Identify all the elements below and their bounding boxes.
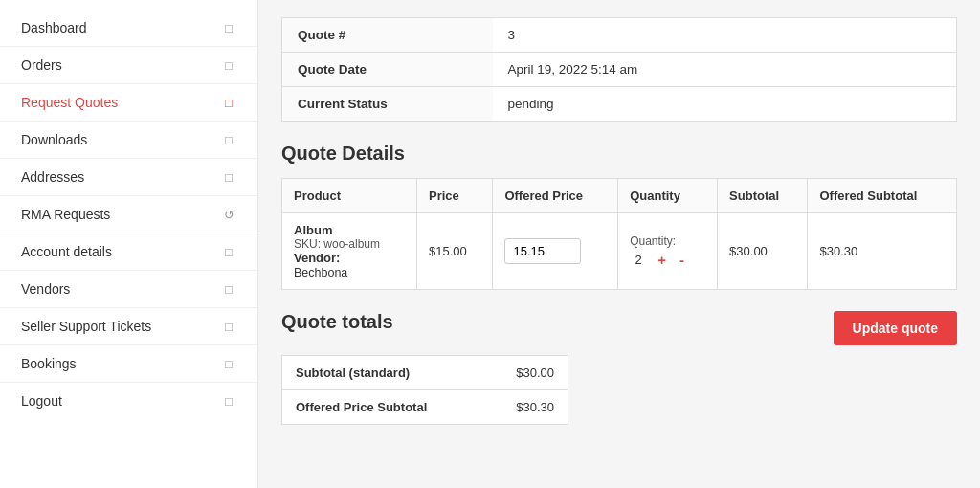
- sidebar-item-icon: □: [221, 95, 236, 110]
- sidebar-item-label: Request Quotes: [21, 95, 221, 110]
- sidebar-item-icon: □: [221, 281, 236, 297]
- totals-value: $30.00: [484, 356, 568, 390]
- sidebar-item-icon: □: [221, 132, 236, 147]
- sidebar-item-icon: □: [221, 57, 236, 73]
- quantity-label: Quantity:: [630, 234, 705, 248]
- quote-totals-section: Quote totals Update quote: [281, 311, 957, 345]
- details-column-header: Product: [282, 179, 417, 213]
- quote-details-title: Quote Details: [281, 143, 957, 165]
- details-column-header: Price: [417, 179, 493, 213]
- quantity-decrease-button[interactable]: -: [677, 252, 687, 268]
- quote-info-table: Quote # 3 Quote Date April 19, 2022 5:14…: [281, 17, 957, 122]
- sidebar-item-icon: □: [221, 319, 236, 334]
- sidebar-item-logout[interactable]: Logout □: [0, 383, 257, 419]
- product-vendor: Vendor:Bechbona: [294, 251, 405, 279]
- quote-totals-title: Quote totals: [281, 311, 393, 333]
- sidebar-item-icon: ↺: [221, 207, 236, 222]
- sidebar-item-icon: □: [221, 244, 236, 259]
- quote-info-row: Quote # 3: [282, 18, 957, 53]
- main-content: Quote # 3 Quote Date April 19, 2022 5:14…: [258, 0, 980, 488]
- totals-row: Subtotal (standard) $30.00: [282, 356, 568, 390]
- sidebar-item-seller-support-tickets[interactable]: Seller Support Tickets □: [0, 308, 257, 345]
- totals-value: $30.30: [484, 390, 568, 425]
- sidebar-item-label: Dashboard: [21, 20, 221, 35]
- details-column-header: Quantity: [618, 179, 718, 213]
- sidebar-item-label: Logout: [21, 393, 221, 409]
- sidebar-item-account-details[interactable]: Account details □: [0, 233, 257, 271]
- sidebar-item-icon: □: [221, 169, 236, 185]
- sidebar-item-icon: □: [221, 20, 236, 35]
- sidebar-item-label: Downloads: [21, 132, 221, 147]
- quote-info-label: Quote #: [282, 18, 493, 53]
- totals-label: Offered Price Subtotal: [282, 390, 485, 425]
- product-sku: SKU: woo-album: [294, 237, 405, 251]
- sidebar-item-icon: □: [221, 393, 236, 409]
- offered-price-input[interactable]: [504, 238, 581, 264]
- quote-info-row: Quote Date April 19, 2022 5:14 am: [282, 53, 957, 87]
- details-row: Album SKU: woo-album Vendor:Bechbona $15…: [282, 213, 957, 290]
- sidebar-item-addresses[interactable]: Addresses □: [0, 159, 257, 196]
- quote-info-value: 3: [493, 18, 957, 53]
- sidebar-item-label: Vendors: [21, 281, 221, 297]
- quote-details-table: ProductPriceOffered PriceQuantitySubtota…: [281, 178, 957, 290]
- offered-subtotal-cell: $30.30: [808, 213, 957, 290]
- sidebar-item-label: RMA Requests: [21, 207, 221, 222]
- sidebar-item-vendors[interactable]: Vendors □: [0, 271, 257, 308]
- sidebar-item-icon: □: [221, 356, 236, 371]
- sidebar-item-label: Orders: [21, 57, 221, 73]
- sidebar-item-label: Account details: [21, 244, 221, 259]
- quote-info-row: Current Status pending: [282, 87, 957, 122]
- details-column-header: Offered Price: [493, 179, 618, 213]
- sidebar-item-downloads[interactable]: Downloads □: [0, 122, 257, 159]
- product-price: $15.00: [417, 213, 493, 290]
- sidebar: Dashboard □ Orders □ Request Quotes □ Do…: [0, 0, 258, 488]
- totals-label: Subtotal (standard): [282, 356, 485, 390]
- details-column-header: Offered Subtotal: [808, 179, 957, 213]
- quote-info-label: Quote Date: [282, 53, 493, 87]
- product-name: Album: [294, 223, 405, 237]
- details-column-header: Subtotal: [718, 179, 808, 213]
- sidebar-item-label: Seller Support Tickets: [21, 319, 221, 334]
- totals-table: Subtotal (standard) $30.00 Offered Price…: [281, 355, 568, 425]
- sidebar-item-orders[interactable]: Orders □: [0, 47, 257, 84]
- quote-info-value: April 19, 2022 5:14 am: [493, 53, 957, 87]
- quote-info-value: pending: [493, 87, 957, 122]
- quote-info-label: Current Status: [282, 87, 493, 122]
- quantity-value: 2: [630, 253, 647, 267]
- sidebar-item-label: Addresses: [21, 169, 221, 185]
- totals-row: Offered Price Subtotal $30.30: [282, 390, 568, 425]
- sidebar-item-rma-requests[interactable]: RMA Requests ↺: [0, 196, 257, 233]
- subtotal-cell: $30.00: [718, 213, 808, 290]
- sidebar-item-label: Bookings: [21, 356, 221, 371]
- sidebar-item-dashboard[interactable]: Dashboard □: [0, 10, 257, 47]
- quantity-cell: Quantity: 2 + -: [618, 213, 718, 290]
- quantity-increase-button[interactable]: +: [655, 252, 669, 268]
- sidebar-item-request-quotes[interactable]: Request Quotes □: [0, 84, 257, 122]
- offered-price-cell: [493, 213, 618, 290]
- update-quote-button[interactable]: Update quote: [834, 311, 957, 345]
- product-cell: Album SKU: woo-album Vendor:Bechbona: [282, 213, 417, 290]
- sidebar-item-bookings[interactable]: Bookings □: [0, 345, 257, 383]
